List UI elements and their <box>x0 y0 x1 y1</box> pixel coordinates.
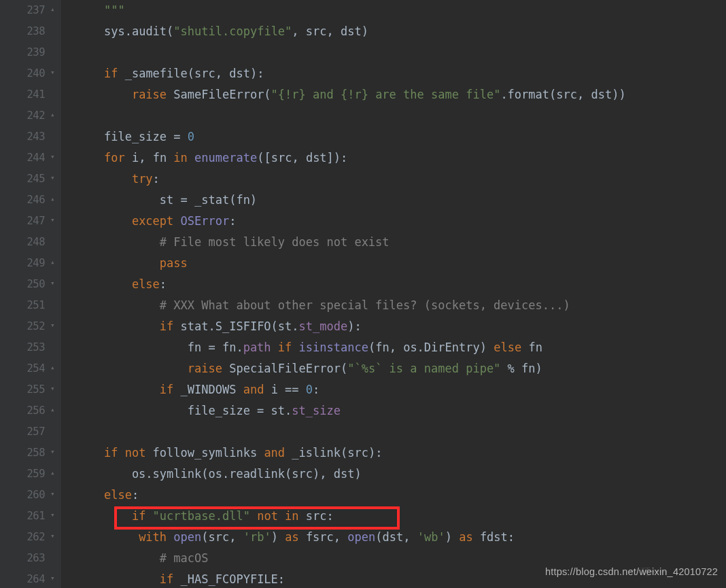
line-number: 257 <box>0 421 45 443</box>
code-line[interactable]: if _samefile(src, dst): <box>76 63 626 84</box>
code-token: ( <box>375 530 382 544</box>
code-token: fn <box>528 341 542 354</box>
code-line[interactable]: for i, fn in enumerate([src, dst]): <box>76 148 626 169</box>
code-line[interactable]: """ <box>76 0 626 21</box>
code-token <box>76 319 160 333</box>
code-token: , <box>390 341 403 354</box>
code-token: dst <box>306 151 327 165</box>
line-number: 252▾ <box>0 316 45 337</box>
fold-collapse-icon[interactable]: ▴ <box>48 468 57 478</box>
fold-expand-icon[interactable]: ▾ <box>48 384 57 394</box>
line-number: 264▾ <box>0 569 45 588</box>
code-line[interactable]: with open(src, 'rb') as fsrc, open(dst, … <box>76 527 626 548</box>
code-token: , <box>229 530 243 544</box>
code-token: file_size = <box>76 130 188 143</box>
code-line[interactable]: if stat.S_ISFIFO(st.st_mode): <box>76 316 626 337</box>
code-line[interactable]: fn = fn.path if isinstance(fn, os.DirEnt… <box>76 337 626 358</box>
code-line[interactable]: pass <box>76 253 626 274</box>
fold-expand-icon[interactable]: ▾ <box>48 321 57 330</box>
fold-collapse-icon[interactable]: ▴ <box>48 363 57 373</box>
code-token: src <box>306 24 327 38</box>
code-line[interactable]: file_size = st.st_size <box>76 400 626 421</box>
fold-expand-icon[interactable]: ▾ <box>48 511 57 520</box>
fold-expand-icon[interactable]: ▾ <box>48 215 57 225</box>
code-token: isinstance <box>299 341 368 354</box>
code-line[interactable]: else: <box>76 485 626 506</box>
code-line[interactable] <box>76 42 626 63</box>
line-number: 256▴ <box>0 400 45 421</box>
code-token: if <box>160 572 181 586</box>
fold-collapse-icon[interactable]: ▴ <box>48 110 57 120</box>
code-line[interactable] <box>76 105 626 126</box>
code-token: : <box>313 383 319 396</box>
code-token: ([ <box>257 151 271 165</box>
code-token <box>76 509 132 523</box>
code-token: , <box>577 88 591 101</box>
code-token <box>76 235 160 249</box>
fold-expand-icon[interactable]: ▾ <box>48 489 57 499</box>
watermark-front: https://blog.csdn.net/weixin_42010722 <box>545 561 718 583</box>
code-token <box>76 530 139 544</box>
code-area[interactable]: """ sys.audit("shutil.copyfile", src, ds… <box>61 0 626 588</box>
line-number: 238 <box>0 21 45 42</box>
line-number-gutter: 237▴238239240▾241242▴243244▾245▾246▴247▾… <box>0 0 61 588</box>
fold-expand-icon[interactable]: ▾ <box>48 279 57 288</box>
code-line[interactable]: os.symlink(os.readlink(src), dst) <box>76 464 626 485</box>
code-token <box>76 551 160 565</box>
code-line[interactable]: except OSError: <box>76 211 626 232</box>
line-number: 245▾ <box>0 169 45 190</box>
code-line[interactable]: if _WINDOWS and i == 0: <box>76 379 626 400</box>
code-token: , <box>403 530 417 544</box>
code-token <box>76 362 188 375</box>
code-token: pass <box>160 256 188 270</box>
code-token <box>250 509 257 523</box>
code-token: _islink(src): <box>292 446 382 460</box>
code-line[interactable]: # XXX What about other special files? (s… <box>76 295 626 316</box>
code-token: fdst: <box>480 530 515 544</box>
code-line[interactable]: file_size = 0 <box>76 126 626 148</box>
code-line[interactable]: if "ucrtbase.dll" not in src: <box>76 506 626 527</box>
code-token: follow_symlinks <box>153 446 264 460</box>
fold-collapse-icon[interactable]: ▴ <box>48 194 57 204</box>
code-token: src: <box>306 509 334 523</box>
code-line[interactable]: # File most likely does not exist <box>76 232 626 253</box>
code-token: file_size = st. <box>76 404 292 417</box>
code-token: dst <box>341 24 362 38</box>
code-line[interactable]: try: <box>76 169 626 190</box>
fold-collapse-icon[interactable]: ▴ <box>48 258 57 267</box>
code-token: , <box>327 24 341 38</box>
code-line[interactable]: st = _stat(fn) <box>76 190 626 211</box>
code-token: except <box>132 214 181 228</box>
line-number: 241 <box>0 84 45 105</box>
fold-expand-icon[interactable]: ▾ <box>48 152 57 162</box>
code-line[interactable]: # macOS <box>76 548 626 569</box>
fold-collapse-icon[interactable]: ▴ <box>48 5 57 14</box>
code-line[interactable]: raise SameFileError("{!r} and {!r} are t… <box>76 84 626 105</box>
code-line[interactable]: if not follow_symlinks and _islink(src): <box>76 443 626 464</box>
code-token: : <box>229 214 236 228</box>
code-token: fn <box>375 341 389 354</box>
fold-expand-icon[interactable]: ▾ <box>48 532 57 541</box>
code-token <box>76 3 104 17</box>
fold-expand-icon[interactable]: ▾ <box>48 68 57 77</box>
fold-expand-icon[interactable]: ▾ <box>48 447 57 457</box>
code-line[interactable]: else: <box>76 274 626 295</box>
code-token: fn <box>153 151 174 165</box>
fold-collapse-icon[interactable]: ▴ <box>48 405 57 415</box>
code-token: % fn) <box>500 362 542 375</box>
line-number: 246▴ <box>0 190 45 211</box>
line-number: 242▴ <box>0 105 45 126</box>
code-token: ]): <box>327 151 348 165</box>
code-token: SpecialFileError( <box>229 362 347 375</box>
code-line[interactable] <box>76 421 626 443</box>
code-line[interactable]: sys.audit("shutil.copyfile", src, dst) <box>76 21 626 42</box>
line-number: 253 <box>0 337 45 358</box>
code-line[interactable]: if _HAS_FCOPYFILE: <box>76 569 626 588</box>
fold-expand-icon[interactable]: ▾ <box>48 173 57 183</box>
code-token <box>76 88 132 101</box>
code-editor[interactable]: 237▴238239240▾241242▴243244▾245▾246▴247▾… <box>0 0 726 588</box>
fold-expand-icon[interactable]: ▾ <box>48 574 57 583</box>
code-line[interactable]: raise SpecialFileError("`%s` is a named … <box>76 358 626 379</box>
code-token: 0 <box>188 130 194 143</box>
code-token: 0 <box>306 383 313 396</box>
